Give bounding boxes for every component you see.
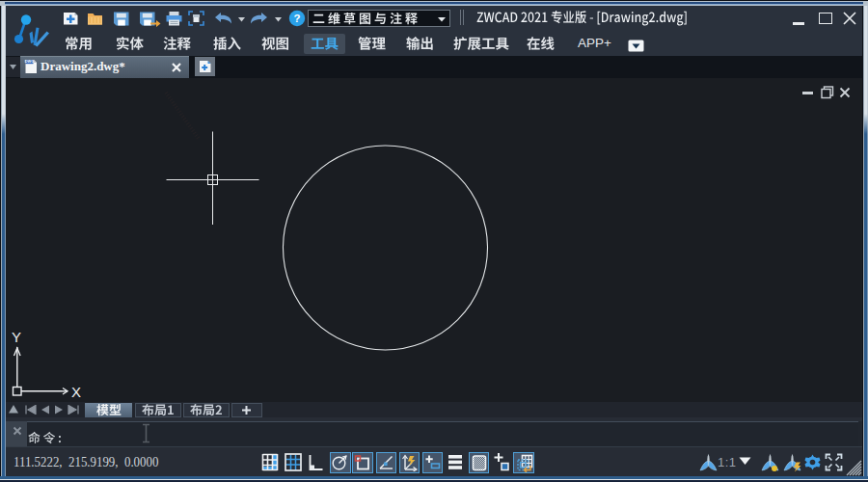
svg-text:DWG: DWG	[25, 60, 34, 64]
svg-text:X: X	[71, 384, 81, 400]
svg-text:?: ?	[293, 13, 300, 24]
svg-text:Y: Y	[12, 329, 21, 345]
